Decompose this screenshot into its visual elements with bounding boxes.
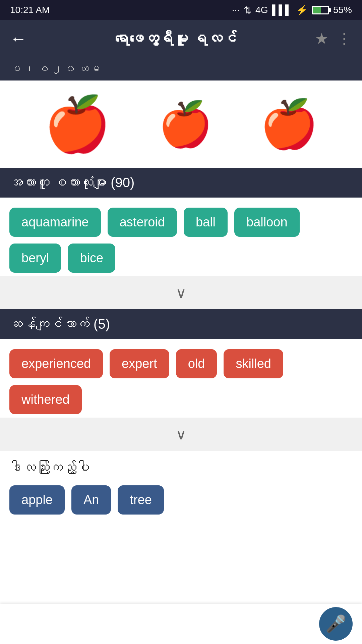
bottom-section: ဒါလည်းကြည့်ပါ apple An tree — [0, 451, 362, 568]
apple-icon-2: 🍎 — [158, 102, 213, 146]
synonym-section-title: ဆန်ကျင်ဘာက် (5) — [9, 317, 110, 331]
synonym-tags-container: experienced expert old skilled withered — [0, 339, 362, 418]
synonym-expand-chevron[interactable]: ∨ — [176, 426, 186, 443]
tag-skilled[interactable]: skilled — [224, 349, 283, 378]
status-bar: 10:21 AM ··· ⇅ 4G ▌▌▌ ⚡ 55% — [0, 0, 362, 20]
status-time: 10:21 AM — [10, 5, 50, 15]
related-expand-row[interactable]: ∨ — [0, 276, 362, 309]
bottom-bar: 🎤 — [0, 604, 362, 644]
synonym-section-header: ဆန်ကျင်ဘာက် (5) — [0, 309, 362, 339]
mic-button[interactable]: 🎤 — [319, 607, 353, 641]
back-button[interactable]: ← — [10, 29, 27, 48]
star-button[interactable]: ★ — [315, 30, 328, 48]
sub-nav-bar: ပ ၊ ဝ ၂ ၀ ဟမ — [0, 57, 362, 80]
mic-icon: 🎤 — [325, 614, 346, 634]
tag-balloon[interactable]: balloon — [234, 208, 300, 237]
bottom-tags-container: apple An tree — [9, 485, 353, 515]
tag-bice[interactable]: bice — [68, 244, 115, 273]
apple-icons-section: 🍎 🍎 🍎 — [0, 80, 362, 168]
signal-bars: ▌▌▌ — [272, 5, 292, 15]
top-nav: ← ရာဖေတွေ့ရီမူ ရလင် ★ ⋮ — [0, 20, 362, 57]
tag-old[interactable]: old — [176, 349, 217, 378]
related-section-title: အလားတူ စကားလုံးများ (90) — [9, 175, 134, 190]
more-button[interactable]: ⋮ — [337, 30, 352, 48]
tag-apple[interactable]: apple — [9, 485, 65, 515]
apple-icon-1: 🍎 — [44, 97, 111, 151]
tag-ball[interactable]: ball — [184, 208, 228, 237]
bolt-icon: ⚡ — [296, 5, 308, 16]
related-expand-chevron[interactable]: ∨ — [176, 284, 186, 301]
tag-tree[interactable]: tree — [118, 485, 164, 515]
tag-expert[interactable]: expert — [110, 349, 169, 378]
tag-beryl[interactable]: beryl — [9, 244, 61, 273]
tag-experienced[interactable]: experienced — [9, 349, 103, 378]
bottom-section-title: ဒါလည်းကြည့်ပါ — [9, 460, 353, 475]
related-tags-container: aquamarine asteroid ball balloon beryl b… — [0, 198, 362, 276]
tag-withered[interactable]: withered — [9, 385, 82, 414]
signal-arrows: ⇅ — [244, 5, 251, 16]
battery-icon — [312, 6, 329, 14]
sub-nav-text: ပ ၊ ဝ ၂ ၀ ဟမ — [10, 63, 100, 75]
status-right: ··· ⇅ 4G ▌▌▌ ⚡ 55% — [232, 5, 352, 16]
page-title: ရာဖေတွေ့ရီမူ ရလင် — [37, 30, 315, 47]
apple-icon-3: 🍎 — [260, 101, 318, 148]
signal-dots: ··· — [232, 5, 240, 15]
related-section-header: အလားတူ စကားလုံးများ (90) — [0, 168, 362, 198]
tag-an[interactable]: An — [71, 485, 111, 515]
synonym-expand-row[interactable]: ∨ — [0, 418, 362, 451]
network-type: 4G — [255, 5, 268, 15]
tag-aquamarine[interactable]: aquamarine — [9, 208, 101, 237]
tag-asteroid[interactable]: asteroid — [108, 208, 177, 237]
battery-percent: 55% — [333, 5, 352, 15]
